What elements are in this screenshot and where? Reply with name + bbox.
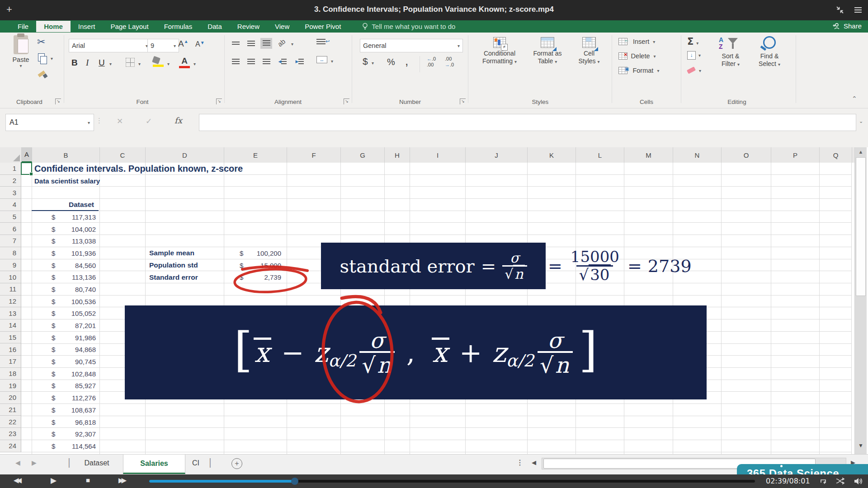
comma-style-icon[interactable]: , <box>405 54 408 68</box>
dataset-value[interactable]: $91,986 <box>32 332 99 344</box>
font-size-select[interactable]: 9▾ <box>147 39 179 52</box>
align-center-icon[interactable] <box>245 56 257 67</box>
dataset-value[interactable]: $112,276 <box>32 392 99 404</box>
tab-file[interactable]: File <box>10 21 36 32</box>
align-right-icon[interactable] <box>260 56 272 67</box>
accounting-format-icon[interactable]: $ <box>363 56 368 67</box>
dataset-value[interactable]: $101,936 <box>32 247 99 259</box>
middle-align-icon[interactable] <box>245 38 257 49</box>
sheet-tab-salaries[interactable]: Salaries <box>123 455 185 474</box>
find-select-button[interactable]: Find &Select ▾ <box>750 36 788 68</box>
number-format-select[interactable]: General▾ <box>360 39 463 52</box>
column-header[interactable]: M <box>624 147 673 163</box>
scroll-up-icon[interactable]: ▲ <box>855 149 867 155</box>
autosum-button[interactable]: Σ▾ <box>687 36 698 47</box>
play-button[interactable]: ▶ <box>51 476 57 485</box>
column-header[interactable]: P <box>771 147 820 163</box>
expand-formula-bar-icon[interactable]: ⌄ <box>859 118 863 124</box>
restore-window-icon[interactable] <box>835 5 844 14</box>
column-header[interactable]: C <box>100 147 146 163</box>
number-dialog-launcher[interactable]: ↘ <box>460 99 466 104</box>
rewind-button[interactable]: ◀◀ <box>14 476 19 484</box>
vertical-scroll-thumb[interactable] <box>856 157 866 296</box>
font-color-dropdown[interactable]: ▾ <box>193 61 196 66</box>
seek-bar[interactable] <box>149 480 755 483</box>
column-header[interactable]: E <box>224 147 287 163</box>
fill-color-icon[interactable] <box>153 57 164 67</box>
loop-icon[interactable] <box>819 477 828 485</box>
dataset-value[interactable]: $114,564 <box>32 440 99 452</box>
top-align-icon[interactable] <box>230 38 241 49</box>
paste-button[interactable]: Paste ▾ <box>8 35 33 94</box>
row-header[interactable]: 20 <box>0 392 21 404</box>
fill-handle[interactable] <box>29 172 33 176</box>
row-header[interactable]: 13 <box>0 307 21 319</box>
prev-sheet-icon[interactable]: ◀ <box>15 459 20 466</box>
column-header[interactable]: Q <box>820 147 852 163</box>
column-header[interactable]: G <box>341 147 385 163</box>
row-header[interactable]: 6 <box>0 223 21 235</box>
format-as-table-button[interactable]: Format asTable ▾ <box>526 37 569 66</box>
row-header[interactable]: 16 <box>0 343 21 356</box>
dataset-value[interactable]: $94,868 <box>32 344 99 356</box>
italic-button[interactable]: I <box>86 58 89 68</box>
next-sheet-icon[interactable]: ▶ <box>32 459 37 466</box>
dataset-value[interactable]: $117,313 <box>32 211 99 223</box>
accounting-dropdown[interactable]: ▾ <box>372 61 374 66</box>
scroll-down-icon[interactable]: ▼ <box>855 442 867 449</box>
column-header[interactable]: K <box>528 147 576 163</box>
cell-styles-button[interactable]: CellStyles ▾ <box>571 37 607 66</box>
fill-button[interactable]: ↓▾ <box>687 51 701 60</box>
column-header[interactable]: F <box>287 147 341 163</box>
borders-dropdown[interactable]: ▾ <box>138 61 141 66</box>
row-header[interactable]: 21 <box>0 404 21 416</box>
row-header[interactable]: 23 <box>0 428 21 440</box>
insert-cells-button[interactable]: ← Insert▾ <box>618 38 655 45</box>
share-button[interactable]: Share <box>833 22 862 30</box>
column-header[interactable]: I <box>410 147 466 163</box>
dataset-value[interactable]: $87,201 <box>32 319 99 332</box>
dataset-value[interactable]: $84,560 <box>32 259 99 272</box>
dataset-value[interactable]: $90,745 <box>32 356 99 368</box>
dataset-value[interactable]: $108,637 <box>32 404 99 416</box>
insert-function-icon[interactable]: fx <box>175 116 182 125</box>
select-all-corner[interactable] <box>0 147 22 163</box>
font-dialog-launcher[interactable]: ↘ <box>216 99 222 104</box>
dataset-value[interactable]: $113,136 <box>32 271 99 283</box>
tab-insert[interactable]: Insert <box>71 21 103 32</box>
column-header[interactable]: O <box>722 147 771 163</box>
borders-icon[interactable] <box>126 58 135 67</box>
increase-indent-icon[interactable]: ▶ <box>294 56 306 67</box>
cancel-icon[interactable]: ✕ <box>117 117 123 126</box>
sheet-tab-dataset[interactable]: Dataset <box>71 455 122 472</box>
column-header[interactable]: B <box>32 147 100 163</box>
column-header[interactable]: N <box>673 147 722 163</box>
row-header[interactable]: 22 <box>0 416 21 428</box>
row-header[interactable]: 24 <box>0 440 21 452</box>
dataset-value[interactable]: $113,038 <box>32 235 99 247</box>
seek-handle[interactable] <box>291 478 298 485</box>
dataset-value[interactable]: $80,740 <box>32 283 99 296</box>
merge-center-icon[interactable]: ↔ <box>316 56 327 63</box>
dataset-value[interactable]: $92,307 <box>32 428 99 440</box>
tab-home[interactable]: Home <box>36 21 71 32</box>
stat-row[interactable]: Standard error $2,739 <box>149 271 288 283</box>
row-header[interactable]: 14 <box>0 319 21 332</box>
conditional-formatting-button[interactable]: ≠ ConditionalFormatting ▾ <box>477 37 522 66</box>
row-header[interactable]: 18 <box>0 368 21 380</box>
underline-button[interactable]: U <box>99 58 105 68</box>
formula-input[interactable] <box>199 114 856 131</box>
column-header[interactable]: L <box>576 147 624 163</box>
tab-power-pivot[interactable]: Power Pivot <box>297 21 349 32</box>
increase-decimal-icon[interactable]: ←.0.00 <box>427 56 436 68</box>
row-header[interactable]: 19 <box>0 380 21 392</box>
row-header[interactable]: 8 <box>0 247 21 259</box>
row-header[interactable]: 10 <box>0 271 21 283</box>
delete-cells-button[interactable]: × Delete▾ <box>618 52 656 60</box>
clipboard-dialog-launcher[interactable]: ↘ <box>55 99 61 104</box>
sheet-tab-ci[interactable]: CI <box>185 455 206 472</box>
column-header[interactable]: H <box>385 147 410 163</box>
row-header[interactable]: 9 <box>0 259 21 272</box>
decrease-indent-icon[interactable]: ◀ <box>277 56 288 67</box>
sort-filter-button[interactable]: A Z Sort &Filter ▾ <box>712 36 750 68</box>
